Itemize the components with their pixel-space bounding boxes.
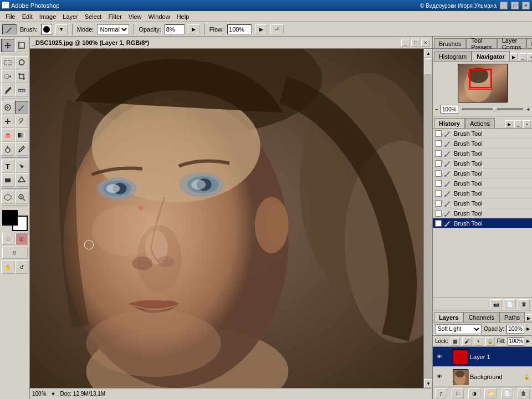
background-eye-btn[interactable]: 👁 xyxy=(435,372,444,381)
canvas-image[interactable] xyxy=(30,49,423,388)
zoom-slider[interactable] xyxy=(462,108,523,110)
gradient-btn[interactable] xyxy=(15,129,28,142)
menu-view[interactable]: View xyxy=(125,12,145,21)
canvas-minimize-btn[interactable]: _ xyxy=(401,39,410,47)
menu-layer[interactable]: Layer xyxy=(59,12,81,21)
history-checkbox-6[interactable] xyxy=(435,190,442,197)
mode-select[interactable]: Normal xyxy=(97,24,129,34)
artboard-tool-btn[interactable] xyxy=(15,39,28,52)
tab-paths[interactable]: Paths xyxy=(499,312,525,322)
history-item-0[interactable]: Brush Tool xyxy=(433,129,532,139)
brush-tool-btn[interactable] xyxy=(15,101,28,114)
layer1-eye-btn[interactable]: 👁 xyxy=(435,352,444,361)
dodge-btn[interactable] xyxy=(1,142,14,156)
navigator-thumbnail[interactable] xyxy=(458,64,508,103)
zoom-display[interactable]: 100% xyxy=(441,105,458,114)
path-select-btn[interactable] xyxy=(15,160,28,173)
zoom-slider-thumb[interactable] xyxy=(493,107,497,111)
delete-layer-btn[interactable]: 🗑 xyxy=(518,388,530,398)
foreground-color-swatch[interactable] xyxy=(2,210,18,226)
history-item-1[interactable]: Brush Tool xyxy=(433,139,532,149)
history-checkbox-8[interactable] xyxy=(435,210,442,217)
eraser-btn[interactable] xyxy=(1,129,14,142)
layer-item-layer1[interactable]: 👁 Layer 1 xyxy=(433,347,532,367)
history-item-7[interactable]: Brush Tool xyxy=(433,198,532,208)
shape-btn[interactable] xyxy=(1,173,14,187)
pen-btn[interactable] xyxy=(15,142,28,156)
new-snapshot-btn[interactable]: 📷 xyxy=(490,299,502,309)
tab-tool-presets[interactable]: Tool Presets xyxy=(466,38,497,48)
menu-edit[interactable]: Edit xyxy=(19,12,36,21)
lasso-btn[interactable] xyxy=(15,56,28,69)
fill-value[interactable]: 100% xyxy=(508,337,524,346)
flow-input[interactable]: 100% xyxy=(227,24,252,34)
vertical-scrollbar[interactable]: ▲ ▼ xyxy=(423,49,432,388)
navigator-menu-btn[interactable]: ▶ xyxy=(510,53,518,61)
new-group-btn[interactable]: 📁 xyxy=(484,388,497,398)
menu-select[interactable]: Select xyxy=(81,12,105,21)
history-checkbox-5[interactable] xyxy=(435,180,442,187)
new-doc-from-state-btn[interactable]: 📄 xyxy=(504,299,516,309)
canvas-scroll-area[interactable] xyxy=(30,49,423,388)
history-checkbox-1[interactable] xyxy=(435,140,442,147)
history-item-8[interactable]: Brush Tool xyxy=(433,208,532,218)
zoom-btn[interactable] xyxy=(15,191,28,204)
add-style-btn[interactable]: ƒ xyxy=(435,388,447,398)
clone-stamp-btn[interactable] xyxy=(1,115,14,128)
scroll-down-btn[interactable]: ▼ xyxy=(424,379,432,388)
brush-dropdown-btn[interactable]: ▼ xyxy=(55,24,68,34)
opacity-arrow[interactable]: ▶ xyxy=(526,326,530,331)
blend-mode-select[interactable]: Soft Light Normal Multiply Screen xyxy=(435,324,482,334)
brush-tool-icon[interactable] xyxy=(2,24,17,34)
lock-position-btn[interactable]: + xyxy=(474,337,483,346)
add-mask-btn[interactable]: □ xyxy=(452,388,464,398)
layer-opacity-value[interactable]: 100% xyxy=(507,325,524,334)
close-button[interactable]: × xyxy=(522,2,530,9)
hand-tool-btn[interactable]: ✋ xyxy=(1,260,14,274)
navigator-min-btn[interactable]: _ xyxy=(519,53,526,61)
history-item-9[interactable]: Brush Tool xyxy=(433,218,532,228)
layers-menu-btn[interactable]: ▶ xyxy=(525,314,532,322)
history-checkbox-4[interactable] xyxy=(435,170,442,177)
history-item-5[interactable]: Brush Tool xyxy=(433,178,532,188)
rotate-btn[interactable]: ↺ xyxy=(15,260,28,274)
scroll-up-btn[interactable]: ▲ xyxy=(424,49,432,58)
zoom-indicator-icon[interactable]: ▼ xyxy=(51,391,56,397)
history-item-3[interactable]: Brush Tool xyxy=(433,158,532,168)
history-item-6[interactable]: Brush Tool xyxy=(433,188,532,198)
tab-navigator[interactable]: Navigator xyxy=(472,51,510,61)
tab-histogram[interactable]: Histogram xyxy=(434,51,472,61)
3d-btn[interactable] xyxy=(1,191,14,204)
history-checkbox-0[interactable] xyxy=(435,130,442,137)
marquee-rect-btn[interactable] xyxy=(1,56,14,69)
crop-btn[interactable] xyxy=(15,70,28,83)
zoom-out-btn[interactable]: − xyxy=(435,106,438,112)
menu-image[interactable]: Image xyxy=(36,12,60,21)
lock-image-btn[interactable]: 🖌 xyxy=(462,337,472,346)
history-item-4[interactable]: Brush Tool xyxy=(433,168,532,178)
delete-state-btn[interactable]: 🗑 xyxy=(518,299,530,309)
history-item-2[interactable]: Brush Tool xyxy=(433,149,532,158)
lock-all-btn[interactable]: 🔒 xyxy=(485,337,495,346)
canvas-maximize-btn[interactable]: □ xyxy=(411,39,420,47)
text-btn[interactable]: T xyxy=(1,160,14,173)
history-checkbox-9[interactable] xyxy=(435,220,442,227)
opacity-input[interactable]: 8% xyxy=(165,24,185,34)
history-checkbox-3[interactable] xyxy=(435,160,442,167)
maximize-button[interactable]: □ xyxy=(511,2,519,9)
menu-help[interactable]: Help xyxy=(173,12,193,21)
quick-select-btn[interactable] xyxy=(1,70,14,83)
fill-arrow[interactable]: ▶ xyxy=(526,339,530,344)
tab-layers[interactable]: Layers xyxy=(434,312,463,322)
tab-info[interactable]: Info xyxy=(526,38,533,48)
layer-item-background[interactable]: 👁 Background 🔒 xyxy=(433,367,532,387)
screen-mode-btn[interactable]: ⊡ xyxy=(2,247,28,259)
shape2-btn[interactable] xyxy=(15,173,28,187)
menu-window[interactable]: Window xyxy=(145,12,173,21)
new-layer-btn[interactable]: 📄 xyxy=(501,388,513,398)
zoom-in-btn[interactable]: + xyxy=(526,106,530,112)
history-close-btn[interactable]: × xyxy=(523,120,531,128)
tab-brushes[interactable]: Brushes xyxy=(434,38,466,48)
menu-filter[interactable]: Filter xyxy=(105,12,125,21)
canvas-close-btn[interactable]: × xyxy=(421,39,430,47)
